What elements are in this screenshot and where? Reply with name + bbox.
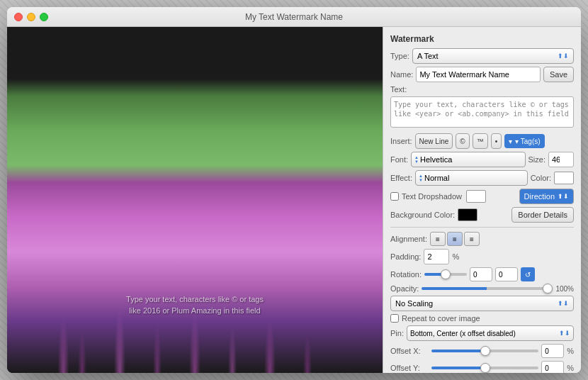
minimize-button[interactable]	[27, 13, 35, 21]
bg-color-row: Background Color: Border Details	[390, 207, 574, 223]
bg-color-picker[interactable]	[458, 208, 477, 221]
effect-stepper: ▲▼	[419, 174, 423, 182]
offset-x-input[interactable]	[541, 344, 564, 358]
align-right-btn[interactable]: ≡	[464, 232, 480, 246]
sidebar: Watermark Type: A Text ⬆⬇ Name: Save Tex…	[383, 27, 581, 373]
insert-copyright-btn[interactable]: ©	[456, 133, 469, 149]
size-label: Size:	[528, 155, 545, 164]
dropshadow-color[interactable]	[466, 190, 486, 203]
insert-tm-btn[interactable]: ™	[473, 133, 488, 149]
alignment-label: Alignment:	[390, 235, 427, 243]
insert-tags-btn[interactable]: ▾ ▾ Tag(s)	[504, 134, 544, 148]
insert-label: Insert:	[390, 137, 412, 145]
opacity-row: Opacity: 100%	[390, 284, 574, 293]
offset-y-input[interactable]	[541, 361, 564, 373]
offset-x-unit: %	[567, 347, 574, 355]
rotation-row: Rotation: ↺	[390, 267, 574, 281]
type-label: Type:	[390, 52, 409, 60]
offset-y-unit: %	[567, 364, 574, 372]
rotation-icon[interactable]: ↺	[521, 267, 535, 281]
dropshadow-label: Text Dropshadow	[402, 192, 462, 201]
padding-row: Padding: %	[390, 249, 574, 264]
align-left-btn[interactable]: ≡	[430, 232, 446, 246]
border-details-btn[interactable]: Border Details	[511, 207, 574, 223]
alignment-row: Alignment: ≡ ≡ ≡	[390, 232, 574, 246]
effect-select[interactable]: ▲▼ Normal	[415, 170, 528, 186]
insert-row: Insert: New Line © ™ • ▾ ▾ Tag(s)	[390, 133, 574, 149]
scaling-select[interactable]: No Scaling ⬆⬇	[390, 296, 574, 311]
repeat-label: Repeat to cover image	[402, 314, 480, 323]
direction-arrow-icon: ⬆⬇	[558, 193, 569, 200]
scaling-arrow-icon: ⬆⬇	[558, 300, 569, 307]
pin-arrow-icon: ⬆⬇	[559, 330, 570, 337]
font-select[interactable]: ▲▼ Helvetica	[411, 152, 525, 167]
direction-label: Direction	[524, 192, 555, 201]
offset-y-slider[interactable]	[431, 367, 538, 369]
type-row: Type: A Text ⬆⬇	[390, 48, 574, 64]
size-input[interactable]	[548, 152, 574, 167]
font-row: Font: ▲▼ Helvetica Size:	[390, 152, 574, 167]
rotation-input-2[interactable]	[495, 267, 518, 281]
font-label: Font:	[390, 155, 408, 164]
repeat-checkbox[interactable]	[390, 314, 399, 323]
preview-image: Type your text, characters like © or tag…	[7, 27, 383, 373]
align-center-btn[interactable]: ≡	[447, 232, 463, 246]
offset-y-label: Offset Y:	[390, 364, 429, 372]
effect-label: Effect:	[390, 174, 412, 182]
window-title: My Text Watermark Name	[245, 12, 343, 22]
watermark-overlay: Type your text, characters like © or tag…	[126, 294, 264, 316]
opacity-label: Opacity:	[390, 284, 419, 293]
rotation-input-1[interactable]	[470, 267, 492, 281]
app-window: My Text Watermark Name Type your text, c…	[7, 7, 581, 373]
dropshadow-row: Text Dropshadow Direction ⬆⬇	[390, 189, 574, 204]
traffic-lights	[14, 13, 48, 21]
opacity-slider[interactable]	[422, 287, 553, 290]
main-content: Type your text, characters like © or tag…	[7, 27, 581, 373]
text-label: Text:	[390, 85, 407, 94]
close-button[interactable]	[14, 13, 23, 21]
color-picker[interactable]	[554, 172, 574, 184]
scaling-row: No Scaling ⬆⬇	[390, 296, 574, 311]
preview-area: Type your text, characters like © or tag…	[7, 27, 383, 373]
padding-label: Padding:	[390, 252, 421, 261]
name-input[interactable]	[416, 67, 541, 82]
bg-color-label: Background Color:	[390, 211, 455, 219]
color-label: Color:	[531, 174, 551, 182]
pin-label: Pin:	[390, 329, 404, 337]
type-select-arrow: ⬆⬇	[558, 52, 569, 60]
name-label: Name:	[390, 70, 413, 79]
section-title: Watermark	[390, 34, 574, 44]
padding-input[interactable]	[424, 249, 449, 264]
offset-y-row: Offset Y: %	[390, 361, 574, 373]
type-select[interactable]: A Text ⬆⬇	[412, 48, 574, 64]
save-button[interactable]: Save	[543, 67, 574, 82]
offset-x-label: Offset X:	[390, 347, 429, 355]
padding-unit: %	[452, 252, 459, 261]
repeat-row: Repeat to cover image	[390, 314, 574, 323]
rotation-label: Rotation:	[390, 270, 422, 279]
titlebar: My Text Watermark Name	[7, 7, 581, 27]
dropshadow-checkbox[interactable]	[390, 192, 399, 201]
rotation-icon-symbol: ↺	[525, 271, 531, 279]
text-area[interactable]: Type your text, characters like © or tag…	[390, 96, 574, 128]
name-row: Name: Save	[390, 67, 574, 82]
offset-x-slider[interactable]	[431, 350, 538, 352]
divider-1	[390, 227, 574, 228]
maximize-button[interactable]	[40, 13, 48, 21]
tag-icon: ▾	[509, 138, 512, 145]
text-section: Text:	[390, 85, 574, 94]
effect-row: Effect: ▲▼ Normal Color:	[390, 170, 574, 186]
opacity-value: 100%	[555, 285, 574, 293]
insert-newline-btn[interactable]: New Line	[415, 133, 453, 149]
pin-row: Pin: Bottom, Center (x offset disabled) …	[390, 325, 574, 341]
rotation-slider[interactable]	[424, 273, 467, 276]
alignment-buttons: ≡ ≡ ≡	[430, 232, 480, 246]
direction-select[interactable]: Direction ⬆⬇	[519, 189, 574, 204]
offset-x-row: Offset X: %	[390, 344, 574, 358]
font-stepper: ▲▼	[414, 155, 419, 164]
insert-dot-btn[interactable]: •	[491, 133, 502, 149]
pin-select[interactable]: Bottom, Center (x offset disabled) ⬆⬇	[407, 325, 574, 341]
